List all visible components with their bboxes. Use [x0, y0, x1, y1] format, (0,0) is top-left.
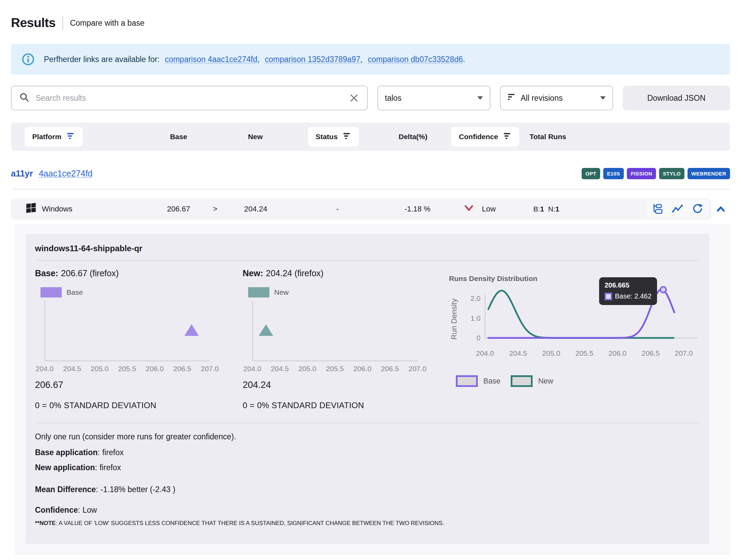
svg-text:207.0: 207.0 [675, 349, 693, 357]
new-stddev-label: 0 = 0% STANDARD DEVIATION [243, 401, 435, 410]
svg-text:205.0: 205.0 [542, 349, 560, 357]
subtest-title: windows11-64-shippable-qr [35, 244, 700, 253]
new-legend-label: New [274, 288, 289, 296]
runs-density-plot[interactable]: Run Density 01.02.0 204.0204.5205.0205.5… [449, 285, 700, 364]
platform-filter-button[interactable]: Platform [25, 127, 83, 147]
svg-text:204.5: 204.5 [509, 349, 527, 357]
filter-icon [67, 132, 75, 142]
filter-icon [343, 132, 351, 142]
svg-text:2.0: 2.0 [471, 294, 481, 302]
new-header-label: New [248, 133, 263, 141]
clear-search-icon[interactable] [349, 93, 360, 104]
base-summary-label: Base: [35, 268, 58, 278]
svg-text:205.5: 205.5 [575, 349, 594, 357]
new-summary-value: 204.24 (firefox) [266, 268, 324, 278]
base-stddev-label: 0 = 0% STANDARD DEVIATION [35, 401, 227, 410]
revision-hash-link[interactable]: 4aac1ce274fd [39, 169, 93, 178]
retrigger-icon[interactable] [692, 203, 703, 215]
revisions-select[interactable]: All revisions [500, 86, 613, 110]
expanded-detail-container: windows11-64-shippable-qr Base:206.67 (f… [15, 224, 730, 555]
base-legend-swatch [40, 287, 62, 297]
new-legend: New [248, 287, 435, 297]
graph-icon[interactable] [672, 203, 683, 215]
base-runs-count: 1 [540, 205, 544, 213]
density-hover-marker[interactable] [660, 287, 666, 293]
title-divider [62, 16, 63, 29]
confidence-value: Low [482, 205, 496, 214]
new-runs-label: N: [548, 205, 555, 213]
status-header-label: Status [316, 133, 338, 141]
status-filter-button[interactable]: Status [308, 127, 359, 147]
download-json-button[interactable]: Download JSON [623, 86, 730, 110]
new-runs-count: 1 [555, 205, 559, 213]
chevron-down-icon [600, 96, 606, 100]
comparison-link-3[interactable]: comparison db07c33528d6 [368, 55, 463, 64]
new-legend-swatch [248, 287, 269, 297]
confidence-header-label: Confidence [459, 133, 498, 141]
base-x-axis-ticks: 204.0204.5205.0205.5206.0206.5207.0 [45, 365, 210, 376]
row-action-icons [646, 200, 709, 218]
base-summary-value: 206.67 (firefox) [61, 268, 119, 278]
chart-tooltip: 206.665 Base: 2.462 [599, 277, 657, 305]
base-point-marker[interactable] [184, 324, 199, 336]
base-legend-label: Base [66, 288, 83, 296]
badge-webrender: WEBRENDER [688, 168, 730, 179]
badge-stylo: STYLO [659, 168, 684, 179]
delta-header-label: Delta(%) [399, 133, 427, 141]
base-application-line: Base application:firefox [35, 447, 700, 458]
tooltip-series-value: Base: 2.462 [615, 292, 652, 300]
new-distribution-plot[interactable] [252, 301, 417, 361]
tooltip-x-value: 206.665 [605, 281, 652, 289]
tooltip-swatch [605, 293, 612, 300]
comparison-link-2[interactable]: comparison 1352d3789a97 [265, 55, 360, 64]
suite-name-link[interactable]: a11yr [11, 169, 33, 178]
info-banner: Perfherder links are available for: comp… [11, 44, 730, 75]
new-x-axis-ticks: 204.0204.5205.0205.5206.0206.5207.0 [252, 365, 417, 376]
subtests-icon[interactable] [652, 203, 664, 215]
base-summary: Base:206.67 (firefox) [35, 268, 227, 278]
banner-separator: , [360, 55, 362, 64]
density-y-axis-label: Run Density [450, 299, 458, 340]
density-y-ticks: 01.02.0 [471, 294, 481, 342]
svg-text:204.0: 204.0 [476, 349, 494, 357]
search-input[interactable] [35, 93, 349, 103]
density-new-legend-label: New [538, 377, 553, 386]
badge-opt: OPT [582, 168, 600, 179]
comparison-link-1[interactable]: comparison 4aac1ce274fd [165, 55, 257, 64]
search-box[interactable] [11, 86, 368, 110]
new-summary: New:204.24 (firefox) [243, 268, 435, 278]
density-base-legend-label: Base [483, 377, 500, 386]
delta-value: -1.18 % [404, 205, 430, 214]
density-base-legend-swatch [456, 375, 478, 387]
chevron-down-icon [477, 96, 483, 100]
density-chart-title: Runs Density Distribution [449, 275, 700, 283]
base-distribution-plot[interactable] [45, 301, 210, 361]
comparison-notes: Only one run (consider more runs for gre… [35, 431, 700, 527]
svg-text:206.5: 206.5 [642, 349, 660, 357]
confidence-filter-button[interactable]: Confidence [451, 127, 519, 147]
platform-cell: Windows [25, 202, 72, 216]
framework-select[interactable]: talos [377, 86, 490, 110]
new-value: 204.24 [244, 205, 267, 214]
new-application-line: New application:firefox [35, 462, 700, 473]
results-controls: talos All revisions Download JSON [11, 86, 730, 110]
confidence-line: Confidence:Low [35, 505, 700, 515]
new-mean-value: 204.24 [243, 380, 435, 390]
new-summary-label: New: [243, 268, 263, 278]
density-legend: Base New [456, 375, 700, 387]
subtest-panel: windows11-64-shippable-qr Base:206.67 (f… [26, 234, 709, 544]
new-point-marker[interactable] [259, 324, 273, 336]
results-table-header: Platform Base New Status Delta(%) [11, 123, 730, 151]
info-icon [21, 52, 35, 66]
base-value: 206.67 [167, 205, 190, 214]
result-row: Windows 206.67 > 204.24 - -1.18 % Low B:… [11, 198, 730, 220]
page-header: Results Compare with a base [11, 15, 730, 31]
result-row-bar: Windows 206.67 > 204.24 - -1.18 % Low B:… [11, 198, 712, 220]
filter-icon [508, 93, 516, 103]
test-badges: OPT E10S FISSION STYLO WEBRENDER [582, 168, 730, 179]
runs-note: Only one run (consider more runs for gre… [35, 431, 700, 442]
mean-difference-line: Mean Difference:-1.18% better (-2.43 ) [35, 484, 700, 495]
collapse-row-icon[interactable] [712, 205, 730, 214]
panel-divider [35, 260, 700, 261]
total-runs-header-label: Total Runs [530, 133, 566, 141]
